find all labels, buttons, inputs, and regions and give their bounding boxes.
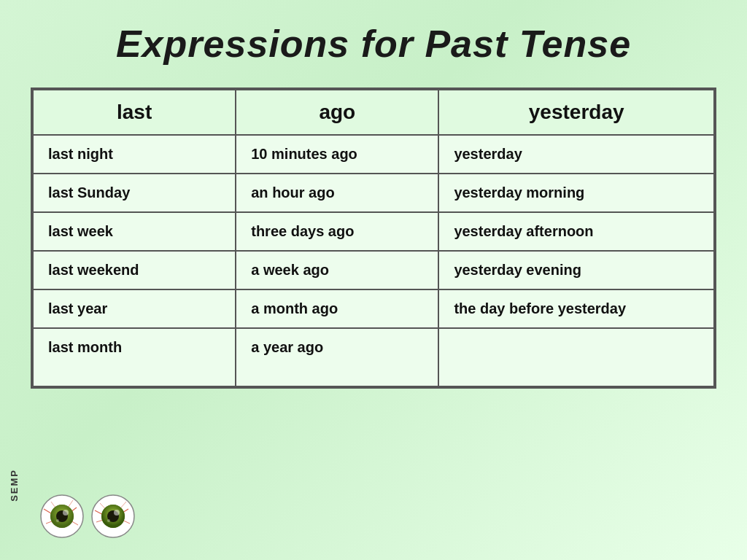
header-last: last bbox=[33, 90, 236, 135]
table-cell: yesterday evening bbox=[438, 251, 714, 289]
table-cell: three days ago bbox=[236, 212, 438, 251]
semp-label: SEMP bbox=[9, 469, 20, 502]
table-cell: a week ago bbox=[236, 251, 438, 289]
page-title: Expressions for Past Tense bbox=[116, 22, 631, 66]
table-cell: last weekend bbox=[33, 251, 236, 289]
table-cell: last night bbox=[33, 135, 236, 174]
table-row: last weekthree days agoyesterday afterno… bbox=[33, 212, 714, 251]
table-cell: an hour ago bbox=[236, 174, 438, 212]
table-cell: last year bbox=[33, 289, 236, 328]
table-cell: yesterday afternoon bbox=[438, 212, 714, 251]
svg-point-11 bbox=[56, 519, 59, 522]
table-cell: last Sunday bbox=[33, 174, 236, 212]
header-ago: ago bbox=[236, 90, 438, 135]
table-row: last weekenda week agoyesterday evening bbox=[33, 251, 714, 289]
table-cell: yesterday bbox=[438, 135, 714, 174]
table-cell bbox=[438, 328, 714, 386]
table-header-row: last ago yesterday bbox=[33, 90, 714, 135]
eyes-decoration bbox=[40, 494, 135, 538]
table-row: last yeara month agothe day before yeste… bbox=[33, 289, 714, 328]
expressions-table: last ago yesterday last night10 minutes … bbox=[31, 88, 716, 389]
eye-left bbox=[40, 494, 84, 538]
table-row: last night10 minutes agoyesterday bbox=[33, 135, 714, 174]
table-cell: 10 minutes ago bbox=[236, 135, 438, 174]
table-cell: a year ago bbox=[236, 328, 438, 386]
table-row: last Sundayan hour agoyesterday morning bbox=[33, 174, 714, 212]
eye-right bbox=[91, 494, 135, 538]
svg-point-10 bbox=[63, 510, 69, 516]
table-cell: last week bbox=[33, 212, 236, 251]
table-cell: the day before yesterday bbox=[438, 289, 714, 328]
table-cell: yesterday morning bbox=[438, 174, 714, 212]
svg-point-23 bbox=[107, 519, 110, 522]
table-row: last montha year ago bbox=[33, 328, 714, 386]
header-yesterday: yesterday bbox=[438, 90, 714, 135]
svg-point-22 bbox=[114, 510, 120, 516]
table-cell: a month ago bbox=[236, 289, 438, 328]
table-cell: last month bbox=[33, 328, 236, 386]
